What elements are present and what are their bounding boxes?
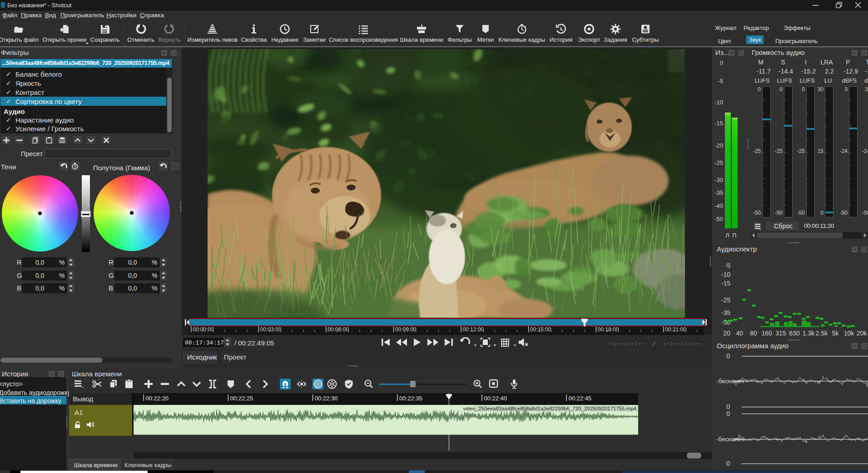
svg-text:00:18:00: 00:18:00 — [598, 326, 619, 333]
svg-text:00:15:00: 00:15:00 — [530, 326, 551, 333]
svg-text:00:22:35: 00:22:35 — [399, 395, 422, 402]
svg-text:-бесконеч: -бесконеч — [716, 378, 744, 384]
svg-text:00:00:00: 00:00:00 — [193, 326, 214, 333]
svg-text:0: 0 — [726, 460, 730, 467]
svg-text:00:22:20: 00:22:20 — [146, 395, 169, 402]
svg-text:00:03:00: 00:03:00 — [260, 326, 282, 333]
svg-text:00:09:00: 00:09:00 — [395, 326, 417, 333]
svg-text:00:21:00: 00:21:00 — [665, 326, 686, 333]
svg-text:00:12:00: 00:12:00 — [462, 326, 484, 333]
svg-text:0: 0 — [726, 403, 730, 410]
svg-text:00:22:30: 00:22:30 — [315, 395, 338, 402]
svg-text:00:22:45: 00:22:45 — [569, 395, 592, 402]
svg-text:-бесконеч: -бесконеч — [716, 436, 744, 443]
svg-text:0: 0 — [726, 352, 730, 360]
svg-text:00:22:40: 00:22:40 — [484, 395, 507, 402]
svg-text:video_250eea83aa48fce858a8d1a3: video_250eea83aa48fce858a8d1a3e82299b6_7… — [463, 406, 636, 411]
svg-text:00:22:25: 00:22:25 — [230, 395, 253, 402]
svg-text:00:06:00: 00:06:00 — [327, 326, 349, 333]
svg-text:0: 0 — [726, 410, 730, 417]
